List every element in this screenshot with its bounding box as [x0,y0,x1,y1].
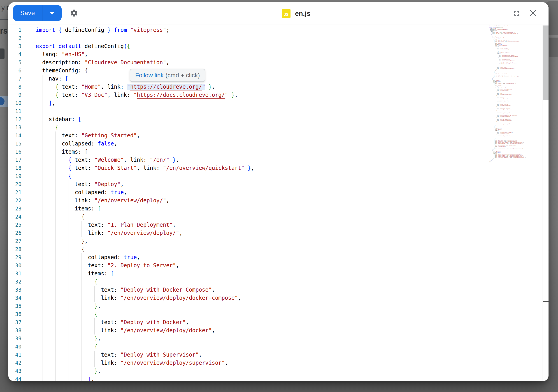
code-line[interactable]: 30text: "2. Deploy to Server", [8,261,534,270]
line-number: 9 [8,91,21,99]
code-line[interactable]: 35}, [8,302,534,310]
modal-header: Save JS en.js [8,2,549,25]
minimap[interactable]: import { defineConfig } from "vitepress"… [489,26,542,165]
indent-guide [81,367,88,375]
code-line[interactable]: 29collapsed: true, [8,253,534,261]
code-line[interactable]: 1import { defineConfig } from "vitepress… [8,26,534,34]
code-line[interactable]: 44], [8,375,534,381]
code-line[interactable]: 18{ text: "Quick Start", link: "/en/over… [8,164,534,172]
code-line[interactable]: 28{ [8,245,534,253]
code-line[interactable]: 6themeConfig: { [8,67,534,75]
indent-guide [42,91,49,99]
code-text: text: "Deploy", [21,180,124,188]
code-line[interactable]: 20text: "Deploy", [8,180,534,188]
code-line[interactable]: 25text: "1. Plan Deployment", [8,221,534,229]
code-text: { [21,343,97,351]
code-line[interactable]: 13{ [8,123,534,131]
line-number: 37 [8,318,21,326]
code-line[interactable]: 9{ text: "V3 Doc", link: "https://docs.c… [8,91,534,99]
code-line[interactable]: 22link: "/en/overview/deploy/", [8,196,534,205]
save-dropdown-button[interactable] [43,5,62,21]
indent-guide [68,310,75,318]
indent-guide [81,253,88,261]
code-line[interactable]: 38link: "/en/overview/deploy/docker", [8,326,534,334]
vertical-scrollbar[interactable] [542,25,549,381]
indent-guide [62,261,68,270]
code-line[interactable]: 42link: "/en/overview/deploy/supervisor"… [8,359,534,367]
indent-guide [36,75,42,83]
line-number: 2 [8,34,21,42]
code-line[interactable]: 8{ text: "Home", link: "https://cloudrev… [8,83,534,91]
indent-guide [75,278,81,286]
code-line[interactable]: 2 [8,34,534,42]
code-line[interactable]: 5description: "Cloudreve Documentation", [8,59,534,67]
scrollbar-thumb[interactable] [543,26,549,100]
code-line[interactable]: 26link: "/en/overview/deploy/", [8,229,534,237]
indent-guide [81,270,88,278]
indent-guide [49,188,55,196]
code-line[interactable]: 41text: "Deploy with Supervisor", [8,351,534,359]
line-number: 32 [8,278,21,286]
fullscreen-icon [513,9,521,17]
indent-guide [42,334,49,343]
indent-guide [49,237,55,245]
code-line[interactable]: 14text: "Getting Started", [8,131,534,140]
indent-guide [55,367,62,375]
code-line[interactable]: 31items: [ [8,270,534,278]
code-line[interactable]: 17{ text: "Welcome", link: "/en/" }, [8,156,534,164]
line-number: 41 [8,351,21,359]
code-line[interactable]: 11 [8,107,534,115]
code-line[interactable]: 33text: "Deploy with Docker Compose", [8,286,534,294]
code-text: text: "Getting Started", [21,131,140,140]
indent-guide [42,253,49,261]
code-line[interactable]: 27}, [8,237,534,245]
indent-guide [62,302,68,310]
code-line[interactable]: 4lang: "en-US", [8,50,534,59]
fullscreen-button[interactable] [511,8,522,19]
code-line[interactable]: 7nav: [ [8,75,534,83]
follow-link-action[interactable]: Follow link [135,72,164,79]
indent-guide [81,229,88,237]
code-line[interactable]: 3export default defineConfig({ [8,42,534,50]
indent-guide [42,123,49,131]
indent-guide [49,131,55,140]
indent-guide [49,375,55,381]
indent-guide [49,302,55,310]
code-line[interactable]: 21collapsed: true, [8,188,534,196]
indent-guide [55,351,62,359]
code-text: ], [21,99,55,107]
code-line[interactable]: 40{ [8,343,534,351]
indent-guide [81,334,88,343]
code-line[interactable]: 43}, [8,367,534,375]
code-line[interactable]: 15collapsed: false, [8,140,534,148]
code-line[interactable]: 19{ [8,172,534,180]
code-line[interactable]: 16items: [ [8,148,534,156]
indent-guide [75,326,81,334]
indent-guide [75,359,81,367]
code-line[interactable]: 12sidebar: [ [8,115,534,123]
close-button[interactable] [528,8,538,18]
indent-guide [62,180,68,188]
indent-guide [62,221,68,229]
indent-guide [49,318,55,326]
code-line[interactable]: 24{ [8,213,534,221]
indent-guide [88,310,94,318]
save-button[interactable]: Save [13,5,42,21]
code-line[interactable]: 23items: [ [8,205,534,213]
code-text [21,107,49,115]
line-number: 10 [8,99,21,107]
code-editor[interactable]: 1import { defineConfig } from "vitepress… [8,25,534,381]
code-line[interactable]: 36{ [8,310,534,318]
indent-guide [36,140,42,148]
indent-guide [55,205,62,213]
indent-guide [42,302,49,310]
code-line[interactable]: 39}, [8,334,534,343]
indent-guide [55,253,62,261]
code-line[interactable]: 37text: "Deploy with Docker", [8,318,534,326]
minimap-content: import { defineConfig } from "vitepress"… [489,26,542,162]
code-line[interactable]: 10], [8,99,534,107]
settings-button[interactable] [69,8,79,18]
line-number: 36 [8,310,21,318]
code-line[interactable]: 32{ [8,278,534,286]
code-line[interactable]: 34link: "/en/overview/deploy/docker-comp… [8,294,534,302]
